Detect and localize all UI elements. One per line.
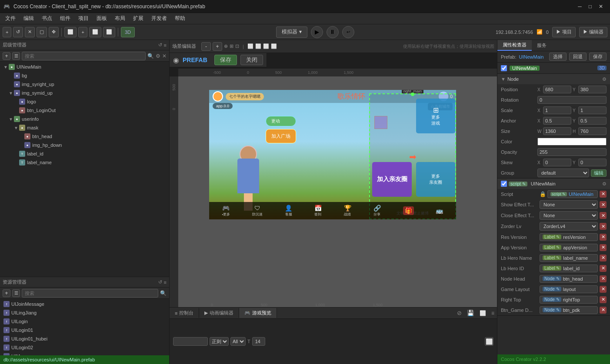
script-settings-icon[interactable]: ⚙ (602, 181, 607, 187)
tree-item-btn-loginout[interactable]: ● btn_LoginOut (0, 106, 169, 115)
skew-y-input[interactable] (578, 159, 607, 166)
position-x-input[interactable] (543, 86, 571, 93)
tool5[interactable]: ⬜ (89, 27, 101, 37)
console-clear-btn[interactable]: ⊘ (454, 310, 464, 316)
game-layout-del-btn[interactable]: ✕ (600, 286, 607, 293)
asset-item-uilogin01-hubei[interactable]: fUILogin01_hubei (0, 334, 169, 343)
scene-tool1[interactable]: ⬜ (247, 43, 253, 49)
tab-service[interactable]: 服务 (532, 40, 552, 50)
assets-search-icon[interactable]: 🔍 (160, 290, 167, 296)
project-btn[interactable]: ▶ 项目 (552, 27, 576, 37)
position-y-input[interactable] (578, 86, 607, 93)
script-header[interactable]: script ✎ UINewMain ⚙ (497, 179, 610, 189)
tree-item-bg[interactable]: ● bg (0, 71, 169, 80)
script-del-btn[interactable]: ✕ (600, 191, 607, 198)
play-btn[interactable]: ▶ (311, 26, 323, 38)
tab-inspector[interactable]: 属性检查器 (497, 40, 532, 51)
menu-developer[interactable]: 开发者 (148, 14, 170, 23)
close-effect-select[interactable]: None (540, 211, 598, 220)
console-tab-console[interactable]: ≡ 控制台 (170, 308, 199, 318)
scale-x-input[interactable] (543, 106, 571, 114)
editor-btn[interactable]: ▶ 编辑器 (579, 27, 607, 37)
console-tab-game-preview[interactable]: 🎮 游戏预览 (239, 308, 277, 318)
tool3[interactable]: ⬜ (64, 27, 77, 37)
hierarchy-refresh-icon[interactable]: ↺ (158, 42, 162, 48)
hierarchy-search-input[interactable] (22, 52, 146, 60)
select-tool[interactable]: ▢ (37, 27, 47, 37)
script-active-checkbox[interactable] (501, 181, 507, 187)
tree-item-userinfo[interactable]: ▼ ● userinfo (0, 115, 169, 123)
console-filter-input[interactable] (173, 337, 208, 346)
btn-game-d-del-btn[interactable]: ✕ (600, 307, 607, 314)
menu-edit[interactable]: 编辑 (20, 14, 37, 23)
component-active-checkbox[interactable] (501, 65, 507, 71)
add-asset-btn[interactable]: + (3, 289, 10, 297)
hierarchy-menu-icon[interactable]: ≡ (164, 43, 167, 48)
size-h-input[interactable] (578, 127, 607, 135)
node-head-del-btn[interactable]: ✕ (600, 275, 607, 282)
asset-item-uimessage[interactable]: fUIMessage (0, 352, 169, 355)
simulator-btn[interactable]: 模拟器 ▾ (276, 26, 307, 38)
close-effect-del-btn[interactable]: ✕ (600, 212, 607, 219)
tree-item-img-hp-down[interactable]: ● img_hp_down (0, 141, 169, 149)
tree-item-img-symid-up[interactable]: ▼ ● img_symid_up (0, 89, 169, 97)
asset-item-uijoinmessage[interactable]: fUIJoinMessage (0, 300, 169, 308)
opacity-input[interactable] (537, 148, 607, 156)
asset-item-uilogin01[interactable]: fUILogin01 (0, 326, 169, 334)
move-tool[interactable]: ✥ (49, 27, 59, 37)
list-asset-btn[interactable]: ☰ (12, 289, 20, 297)
tree-item-logo[interactable]: ● logo (0, 97, 169, 106)
tree-item-uinewmain[interactable]: ▼ ● UINewMain (0, 63, 169, 71)
add-hierarchy-btn[interactable]: + (3, 52, 10, 60)
tree-item-img-syright-up[interactable]: ● img_syright_up (0, 80, 169, 89)
assets-menu-icon[interactable]: ≡ (164, 280, 167, 285)
tree-item-label-name[interactable]: T label_name (0, 158, 169, 167)
tool6[interactable]: ⬜ (103, 27, 115, 37)
anchor-y-input[interactable] (578, 117, 607, 125)
scene-tool2[interactable]: ⬜ (255, 43, 261, 49)
save-prefab-btn[interactable]: 保存 (589, 53, 607, 61)
close-btn[interactable]: ✕ (599, 3, 603, 10)
hierarchy-close-icon[interactable]: ✕ (162, 53, 167, 59)
menu-component[interactable]: 组件 (57, 14, 74, 23)
hierarchy-settings-icon[interactable]: ⚙ (156, 53, 160, 59)
console-tab-animation[interactable]: ▶ 动画编辑器 (199, 308, 239, 318)
asset-item-uilingjiang[interactable]: fUILingJiang (0, 308, 169, 317)
list-view-btn[interactable]: ☰ (12, 52, 20, 60)
hierarchy-search-icon[interactable]: 🔍 (147, 53, 154, 59)
select-prefab-btn[interactable]: 选择 (549, 53, 567, 61)
node-settings-icon[interactable]: ⚙ (602, 76, 607, 82)
group-edit-btn[interactable]: 编辑 (591, 169, 607, 177)
console-save-btn[interactable]: 💾 (464, 310, 477, 316)
stop-btn[interactable]: ↩ (342, 26, 354, 38)
scene-close-btn[interactable]: 关闭 (240, 55, 263, 65)
menu-file[interactable]: 文件 (2, 14, 19, 23)
show-effect-select[interactable]: None (540, 200, 598, 209)
menu-panel[interactable]: 面板 (93, 14, 110, 23)
rotation-input[interactable] (537, 96, 607, 104)
console-expand-icon[interactable]: ⬜ (477, 310, 489, 316)
show-effect-del-btn[interactable]: ✕ (600, 201, 607, 208)
win-controls[interactable]: ─ □ ✕ (578, 3, 603, 10)
asset-item-uilogin02[interactable]: fUILogin02 (0, 343, 169, 352)
anchor-x-input[interactable] (543, 117, 571, 125)
menu-project[interactable]: 项目 (75, 14, 92, 23)
tree-item-mask[interactable]: ▼ ● mask (0, 123, 169, 132)
scene-save-btn[interactable]: 保存 (214, 55, 237, 65)
menu-layout[interactable]: 布局 (111, 14, 129, 23)
console-normal-select[interactable]: 正则 (210, 337, 229, 346)
scene-zoom-out[interactable]: - (201, 42, 211, 51)
menu-help[interactable]: 帮助 (171, 14, 189, 23)
lb-hero-id-del-btn[interactable]: ✕ (600, 265, 607, 272)
undo-btn[interactable]: ↺ (13, 27, 23, 37)
assets-refresh-icon[interactable]: ↺ (158, 279, 162, 285)
zorder-select[interactable]: ZorderLv4 (540, 222, 598, 231)
pause-btn[interactable]: ⏸ (327, 26, 339, 38)
add-node-btn[interactable]: + (3, 27, 11, 37)
font-size-input[interactable] (252, 337, 265, 346)
maximize-btn[interactable]: □ (589, 3, 592, 10)
menu-extend[interactable]: 扩展 (130, 14, 147, 23)
3d-toggle[interactable]: 3D (121, 27, 135, 37)
app-version-del-btn[interactable]: ✕ (600, 244, 607, 251)
minimize-btn[interactable]: ─ (578, 3, 582, 10)
